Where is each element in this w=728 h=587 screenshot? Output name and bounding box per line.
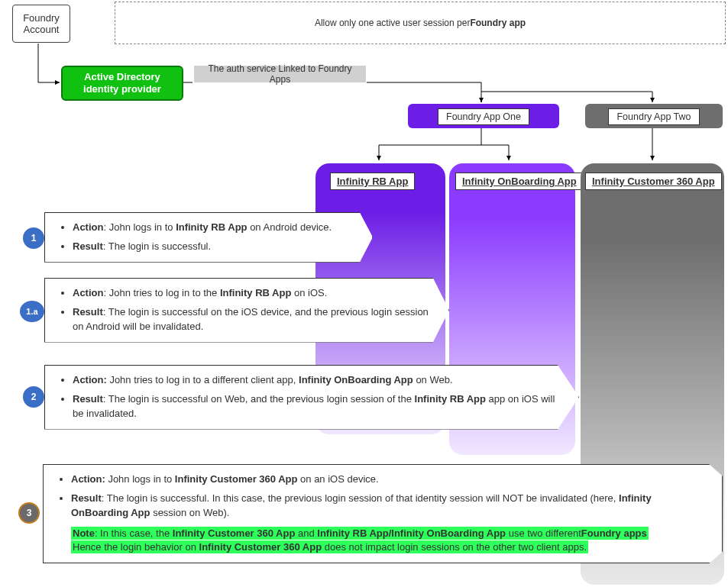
foundry-account-box: Foundry Account: [12, 5, 70, 43]
step-3-badge: 3: [18, 502, 40, 524]
identity-provider-label: Active Directory identity provider: [70, 71, 174, 95]
step-2-action: Action: John tries to log in to a differ…: [73, 373, 565, 388]
step-1a-result: Result: The login is successful on the i…: [73, 305, 435, 334]
step-3-note: Note: In this case, the Infinity Custome…: [71, 527, 708, 556]
step-1a-badge: 1.a: [20, 301, 44, 322]
auth-service-label: The auth service Linked to Foundry Apps: [194, 66, 366, 82]
session-rule-text: Allow only one active user session perFo…: [315, 18, 526, 28]
step-1-action: Action: John logs in to Infinity RB App …: [73, 221, 358, 235]
foundry-app-one-title: Foundry App One: [438, 108, 529, 125]
step-2-box: Action: John tries to log in to a differ…: [44, 365, 579, 430]
step-1a-action: Action: John tries to log in to the Infi…: [73, 286, 435, 301]
auth-service-text: The auth service Linked to Foundry Apps: [200, 63, 360, 85]
step-3-action: Action: John logs in to Infinity Custome…: [71, 473, 708, 487]
step-2-badge: 2: [23, 386, 44, 408]
step-3-result: Result: The login is successful. In this…: [71, 492, 708, 521]
step-3-box: Action: John logs in to Infinity Custome…: [43, 464, 723, 563]
step-1-badge: 1: [23, 227, 44, 249]
step-1-result: Result: The login is successful.: [73, 240, 358, 254]
foundry-app-one-card: Foundry App One: [408, 104, 559, 128]
identity-provider-box: Active Directory identity provider: [61, 66, 183, 101]
step-2-result: Result: The login is successful on Web, …: [73, 392, 565, 421]
foundry-app-two-title: Foundry App Two: [608, 108, 699, 125]
step-1a-box: Action: John tries to log in to the Infi…: [44, 278, 449, 343]
foundry-app-two-card: Foundry App Two: [585, 104, 723, 128]
infinity-c360-title: Infinity Customer 360 App: [585, 173, 722, 190]
step-1-box: Action: John logs in to Infinity RB App …: [44, 212, 373, 263]
foundry-account-label: Foundry Account: [21, 12, 62, 35]
session-rule-box: Allow only one active user session perFo…: [115, 2, 726, 44]
infinity-onboarding-title: Infinity OnBoarding App: [455, 173, 584, 190]
infinity-rb-title: Infinity RB App: [330, 173, 415, 190]
